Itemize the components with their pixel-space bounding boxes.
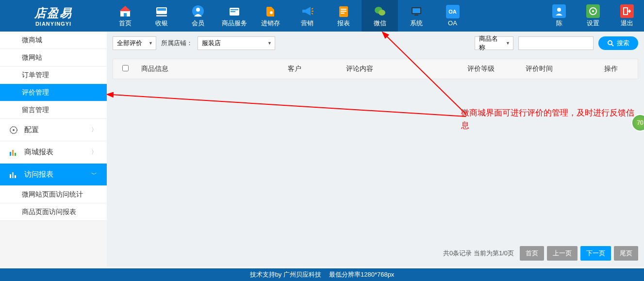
report-icon [337, 4, 350, 18]
nav-label: 陈 [556, 19, 562, 28]
svg-rect-15 [341, 13, 345, 14]
sidebar-item-goods-visit[interactable]: 商品页面访问报表 [0, 203, 107, 221]
exit-icon [620, 4, 634, 18]
svg-rect-27 [10, 152, 11, 156]
svg-rect-9 [231, 9, 238, 10]
chevron-right-icon: 〉 [91, 126, 97, 134]
top-nav: 店盈易 DIANYINGYI 首页 收银 会员 商品服务 进销存 营销 [0, 0, 644, 32]
th-time: 评价时间 [526, 65, 584, 73]
nav-label: 收银 [155, 19, 168, 28]
sidebar-item-message[interactable]: 留言管理 [0, 101, 107, 119]
group-label: 配置 [24, 125, 39, 134]
select-eval-filter[interactable]: 全部评价 [113, 36, 156, 50]
main-content: 全部评价 所属店铺： 服装店 商品名称 搜索 商品信息 客户 评论内容 评价等级… [107, 32, 644, 266]
svg-rect-2 [124, 13, 127, 17]
sidebar-item-site[interactable]: 微网站 [0, 49, 107, 66]
group-label: 商城报表 [24, 148, 53, 157]
svg-point-17 [379, 10, 385, 16]
svg-point-7 [196, 8, 200, 12]
footer: 技术支持by 广州贝应科技 最低分辨率1280*768px [0, 268, 644, 281]
bars-icon [9, 148, 18, 157]
nav-wechat[interactable]: 微信 [362, 0, 398, 32]
nav-label: 设置 [587, 19, 599, 28]
sidebar-group-visit-report[interactable]: 访问报表 ﹀ [0, 164, 107, 186]
gear-icon [9, 125, 18, 135]
pagination: 共0条记录 当前为第1/0页 首页 上一页 下一页 尾页 [443, 246, 638, 261]
member-icon [191, 4, 205, 18]
nav-system[interactable]: 系统 [398, 0, 434, 32]
sidebar-item-mall[interactable]: 微商城 [0, 32, 107, 49]
nav-goods[interactable]: 商品服务 [216, 0, 252, 32]
th-goods: 商品信息 [137, 65, 288, 73]
nav-label: 系统 [410, 19, 423, 28]
home-icon [118, 4, 132, 18]
group-label: 访问报表 [24, 170, 53, 179]
page-next-button[interactable]: 下一页 [580, 246, 611, 261]
annotation-text: 微商城界面可进行评价的管理，及时进行反馈信息 [461, 107, 636, 132]
nav-report[interactable]: 报表 [325, 0, 362, 32]
logo-zh: 店盈易 [34, 5, 72, 21]
filter-bar: 全部评价 所属店铺： 服装店 商品名称 搜索 [113, 36, 638, 50]
nav-stock[interactable]: 进销存 [252, 0, 289, 32]
page-info: 共0条记录 当前为第1/0页 [443, 249, 514, 258]
svg-rect-32 [15, 175, 16, 178]
select-all-checkbox[interactable] [122, 65, 129, 71]
system-icon [410, 4, 423, 18]
search-input[interactable] [518, 36, 594, 50]
footer-resolution: 最低分辨率1280*768px [329, 270, 394, 279]
nav-marketing[interactable]: 营销 [289, 0, 325, 32]
nav-label: 进销存 [261, 19, 280, 28]
sidebar-group-mall-report[interactable]: 商城报表 〉 [0, 141, 107, 164]
sidebar-item-page-visit[interactable]: 微网站页面访问统计 [0, 186, 107, 203]
page-prev-button[interactable]: 上一页 [547, 246, 578, 261]
nav-member[interactable]: 会员 [180, 0, 216, 32]
svg-rect-31 [12, 172, 14, 178]
th-customer: 客户 [288, 65, 346, 73]
nav-label: 退出 [621, 19, 633, 28]
goods-icon [228, 4, 241, 18]
svg-rect-24 [624, 8, 627, 15]
cash-icon [155, 4, 168, 18]
svg-rect-20 [414, 15, 418, 16]
select-shop[interactable]: 服装店 [198, 36, 275, 50]
nav-oa[interactable]: OA OA [434, 0, 471, 32]
footer-support: 技术支持by 广州贝应科技 [250, 270, 321, 279]
page-last-button[interactable]: 尾页 [614, 246, 638, 261]
oa-icon: OA [446, 5, 460, 18]
select-name-field[interactable]: 商品名称 [475, 36, 513, 50]
nav-label: 会员 [192, 19, 204, 28]
bars-icon [9, 170, 18, 180]
logo: 店盈易 DIANYINGYI [0, 0, 107, 32]
stock-icon [264, 4, 278, 18]
svg-rect-14 [341, 11, 347, 12]
nav-label: OA [448, 19, 457, 27]
sidebar-item-review[interactable]: 评价管理 [0, 84, 107, 101]
horn-icon [300, 4, 314, 18]
page-first-button[interactable]: 首页 [520, 246, 544, 261]
nav-label: 首页 [119, 19, 132, 28]
search-button[interactable]: 搜索 [598, 36, 638, 50]
nav-cash[interactable]: 收银 [143, 0, 180, 32]
nav-user[interactable]: 陈 [542, 0, 576, 32]
sidebar-item-order[interactable]: 订单管理 [0, 66, 107, 84]
svg-rect-30 [10, 174, 11, 178]
shop-label: 所属店铺： [161, 39, 193, 48]
svg-point-21 [557, 8, 561, 12]
svg-point-11 [270, 11, 273, 14]
nav-settings[interactable]: 设置 [576, 0, 610, 32]
nav-exit[interactable]: 退出 [610, 0, 644, 32]
review-table: 商品信息 客户 评论内容 评价等级 评价时间 操作 [113, 59, 638, 79]
svg-marker-1 [119, 6, 131, 11]
chevron-down-icon: ﹀ [91, 170, 97, 179]
nav-right: 陈 设置 退出 [542, 0, 644, 32]
sidebar-group-config[interactable]: 配置 〉 [0, 119, 107, 141]
nav-label: 微信 [374, 19, 386, 28]
chevron-right-icon: 〉 [91, 148, 97, 156]
svg-line-34 [611, 44, 613, 46]
gear-icon [586, 4, 600, 18]
sidebar: 微商城 微网站 订单管理 评价管理 留言管理 配置 〉 商城报表 〉 访问报表 … [0, 32, 107, 221]
svg-rect-19 [413, 8, 420, 13]
th-content: 评论内容 [346, 65, 467, 73]
svg-point-26 [13, 129, 15, 131]
nav-home[interactable]: 首页 [107, 0, 143, 32]
